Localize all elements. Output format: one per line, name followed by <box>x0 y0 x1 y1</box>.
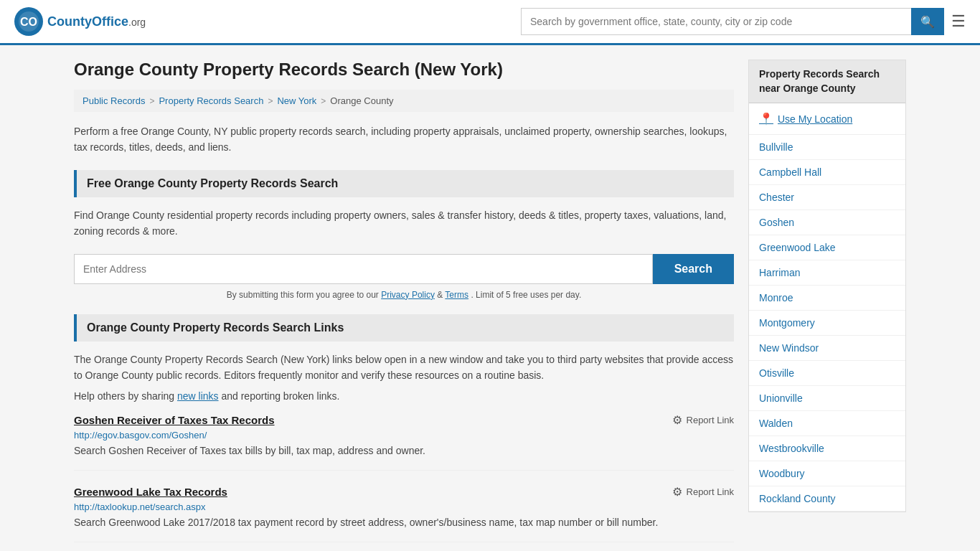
breadcrumb-public-records[interactable]: Public Records <box>83 95 145 106</box>
sidebar-location-otisville[interactable]: Otisville <box>749 361 905 386</box>
sidebar-location-campbell-hall[interactable]: Campbell Hall <box>749 160 905 185</box>
links-section-heading: Orange County Property Records Search Li… <box>74 314 734 342</box>
breadcrumb: Public Records > Property Records Search… <box>74 90 734 112</box>
report-icon-0: ⚙ <box>672 413 682 427</box>
terms-link[interactable]: Terms <box>445 290 468 300</box>
hamburger-menu-button[interactable]: ☰ <box>951 12 966 31</box>
logo-text: CountyOffice.org <box>47 14 146 29</box>
link-item: Goshen Receiver of Taxes Tax Records ⚙ R… <box>74 413 734 471</box>
new-links-link[interactable]: new links <box>177 390 219 402</box>
sharing-text: Help others by sharing new links and rep… <box>74 390 734 402</box>
sidebar-location-monroe[interactable]: Monroe <box>749 286 905 311</box>
site-header: CO CountyOffice.org 🔍 ☰ <box>0 0 980 45</box>
svg-text:CO: CO <box>20 16 37 28</box>
breadcrumb-sep-3: > <box>321 96 326 106</box>
sidebar: Property Records Search near Orange Coun… <box>748 60 906 551</box>
main-container: Orange County Property Records Search (N… <box>60 45 920 551</box>
free-search-description: Find Orange County residential property … <box>74 207 734 240</box>
sidebar-use-location[interactable]: 📍 Use My Location <box>749 103 905 135</box>
link-url-0[interactable]: http://egov.basgov.com/Goshen/ <box>74 430 734 441</box>
sidebar-location-unionville[interactable]: Unionville <box>749 386 905 411</box>
free-search-section: Free Orange County Property Records Sear… <box>74 170 734 300</box>
sidebar-location-rockland-county[interactable]: Rockland County <box>749 486 905 512</box>
sidebar-location-greenwood-lake[interactable]: Greenwood Lake <box>749 235 905 260</box>
search-button[interactable]: Search <box>653 254 734 284</box>
logo: CO CountyOffice.org <box>14 7 146 36</box>
link-title-0[interactable]: Goshen Receiver of Taxes Tax Records <box>74 414 275 426</box>
breadcrumb-sep-2: > <box>268 96 273 106</box>
link-item-header-0: Goshen Receiver of Taxes Tax Records ⚙ R… <box>74 413 734 427</box>
header-search-input[interactable] <box>521 8 911 35</box>
breadcrumb-property-records[interactable]: Property Records Search <box>159 95 263 106</box>
sidebar-location-westbrookville[interactable]: Westbrookville <box>749 436 905 461</box>
logo-icon: CO <box>14 7 43 36</box>
sidebar-title: Property Records Search near Orange Coun… <box>749 60 905 103</box>
link-item: Greenwood Lake Tax Records ⚙ Report Link… <box>74 485 734 542</box>
breadcrumb-orange-county: Orange County <box>330 95 393 106</box>
address-search-row: Search <box>74 254 734 284</box>
sidebar-location-woodbury[interactable]: Woodbury <box>749 461 905 486</box>
content-area: Orange County Property Records Search (N… <box>74 60 734 551</box>
links-description: The Orange County Property Records Searc… <box>74 352 734 384</box>
report-link-button-1[interactable]: ⚙ Report Link <box>672 485 734 499</box>
header-search-container: 🔍 ☰ <box>521 8 966 35</box>
links-section: Orange County Property Records Search Li… <box>74 314 734 543</box>
sidebar-location-new-windsor[interactable]: New Windsor <box>749 336 905 361</box>
sidebar-location-montgomery[interactable]: Montgomery <box>749 311 905 336</box>
link-item-header-1: Greenwood Lake Tax Records ⚙ Report Link <box>74 485 734 499</box>
link-url-1[interactable]: http://taxlookup.net/search.aspx <box>74 501 734 512</box>
report-link-button-0[interactable]: ⚙ Report Link <box>672 413 734 427</box>
address-input[interactable] <box>74 254 653 284</box>
sidebar-location-walden[interactable]: Walden <box>749 411 905 436</box>
main-description: Perform a free Orange County, NY public … <box>74 123 734 156</box>
form-disclaimer: By submitting this form you agree to our… <box>74 290 734 300</box>
sidebar-location-chester[interactable]: Chester <box>749 185 905 210</box>
breadcrumb-new-york[interactable]: New York <box>277 95 316 106</box>
link-desc-0: Search Goshen Receiver of Taxes tax bill… <box>74 443 734 458</box>
link-desc-1: Search Greenwood Lake 2017/2018 tax paym… <box>74 515 734 530</box>
sidebar-box: Property Records Search near Orange Coun… <box>748 60 906 512</box>
report-icon-1: ⚙ <box>672 485 682 499</box>
sidebar-location-bullville[interactable]: Bullville <box>749 135 905 160</box>
sidebar-location-goshen[interactable]: Goshen <box>749 210 905 235</box>
header-search-button[interactable]: 🔍 <box>911 8 944 35</box>
sidebar-location-harriman[interactable]: Harriman <box>749 260 905 286</box>
free-search-heading: Free Orange County Property Records Sear… <box>74 170 734 197</box>
page-title: Orange County Property Records Search (N… <box>74 60 734 80</box>
link-title-1[interactable]: Greenwood Lake Tax Records <box>74 486 227 498</box>
location-pin-icon: 📍 <box>759 112 773 126</box>
privacy-policy-link[interactable]: Privacy Policy <box>381 290 435 300</box>
breadcrumb-sep-1: > <box>149 96 154 106</box>
